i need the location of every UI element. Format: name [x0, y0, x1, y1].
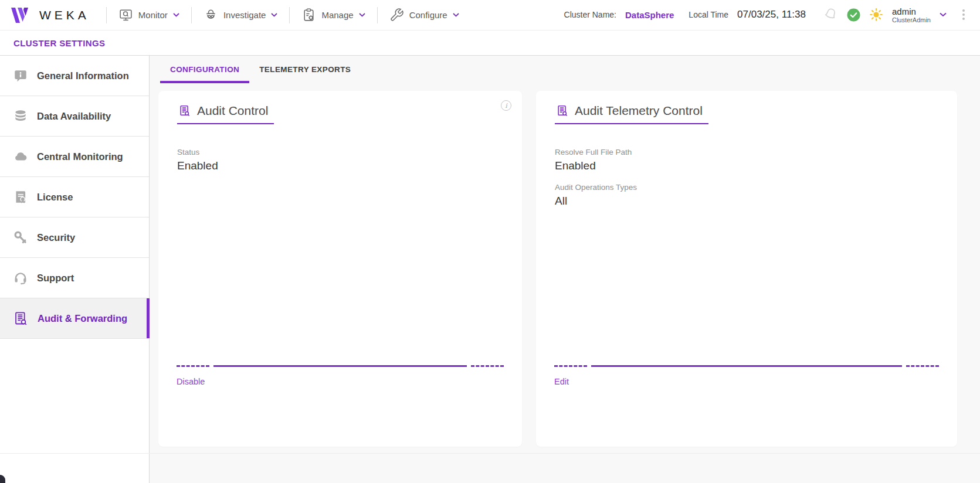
card-title-row: Audit Control — [177, 104, 274, 124]
menu-investigate-label: Investigate — [223, 10, 266, 20]
sidebar-item-general-information[interactable]: General Information — [0, 56, 149, 96]
cluster-name-label: Cluster Name: — [564, 10, 616, 19]
field-value: All — [555, 195, 938, 208]
field-value: Enabled — [177, 159, 503, 172]
tab-telemetry-exports[interactable]: TELEMETRY EXPORTS — [249, 56, 361, 83]
menu-configure-label: Configure — [409, 10, 447, 20]
clipboard-gear-icon — [301, 8, 316, 22]
notification-bell-icon[interactable] — [823, 7, 838, 22]
card-title: Audit Telemetry Control — [575, 104, 703, 118]
topbar-divider — [289, 7, 290, 23]
card-title: Audit Control — [197, 104, 268, 118]
audit-doc-icon — [178, 104, 191, 117]
weka-logo-icon — [11, 8, 33, 23]
chevron-down-icon — [453, 13, 459, 17]
topbar-divider — [106, 7, 107, 23]
edit-button[interactable]: Edit — [554, 377, 569, 386]
weka-logo[interactable]: WEKA — [11, 8, 90, 23]
sidebar-item-security[interactable]: Security — [0, 217, 149, 258]
sidebar-item-label: License — [37, 192, 73, 203]
detective-icon — [204, 8, 218, 22]
topbar-divider — [377, 7, 378, 23]
sidebar-item-support[interactable]: Support — [0, 258, 149, 298]
purple-divider — [177, 365, 504, 367]
sidebar-item-data-availability[interactable]: Data Availability — [0, 96, 149, 137]
menu-manage-label: Manage — [321, 10, 353, 20]
menu-monitor[interactable]: Monitor — [118, 8, 179, 22]
page-title: CLUSTER SETTINGS — [13, 38, 105, 48]
overflow-menu-icon[interactable] — [959, 7, 968, 22]
topbar-divider — [191, 7, 192, 23]
page-header: CLUSTER SETTINGS — [0, 30, 980, 56]
info-tooltip-icon — [13, 68, 28, 83]
resolve-full-file-path-field: Resolve Full File Path Enabled — [555, 148, 938, 172]
content-area: CONFIGURATION TELEMETRY EXPORTS — [150, 56, 980, 483]
tab-bar: CONFIGURATION TELEMETRY EXPORTS — [158, 56, 980, 83]
purple-divider — [554, 365, 939, 367]
status-field: Status Enabled — [177, 148, 503, 172]
theme-sun-icon[interactable] — [869, 8, 883, 22]
menu-manage[interactable]: Manage — [301, 8, 365, 22]
top-navigation-bar: WEKA Monitor Investigate — [0, 0, 980, 30]
headset-icon — [13, 270, 28, 285]
sidebar-item-central-monitoring[interactable]: Central Monitoring — [0, 137, 149, 177]
menu-monitor-label: Monitor — [138, 10, 168, 20]
database-icon — [13, 108, 28, 124]
user-name: admin — [892, 6, 916, 16]
audit-control-card: Audit Control i Status Enabled Disable — [158, 91, 522, 447]
sidebar-item-label: Audit & Forwarding — [38, 313, 127, 324]
audit-telemetry-control-card: Audit Telemetry Control Resolve Full Fil… — [536, 91, 957, 447]
sidebar-item-audit-and-forwarding[interactable]: Audit & Forwarding — [0, 298, 149, 339]
audit-doc-icon — [13, 311, 29, 326]
chevron-down-icon — [173, 13, 179, 17]
chevron-down-icon — [271, 13, 277, 17]
info-icon[interactable]: i — [501, 100, 511, 111]
field-label: Status — [177, 148, 503, 157]
health-ok-check-icon[interactable] — [847, 8, 860, 22]
wrench-icon — [389, 8, 404, 22]
settings-sidebar: General Information Data Availability Ce… — [0, 56, 150, 483]
sidebar-item-label: Data Availability — [37, 111, 111, 122]
chevron-down-icon[interactable] — [940, 12, 947, 17]
audit-operations-types-field: Audit Operations Types All — [555, 183, 938, 208]
cluster-name-value: DataSphere — [625, 10, 674, 20]
monitor-search-icon — [118, 8, 133, 22]
sidebar-item-license[interactable]: License — [0, 177, 149, 217]
tab-configuration[interactable]: CONFIGURATION — [160, 56, 249, 83]
user-menu[interactable]: admin ClusterAdmin — [892, 6, 931, 24]
chevron-down-icon — [359, 13, 365, 17]
disable-button[interactable]: Disable — [177, 377, 205, 386]
field-value: Enabled — [555, 159, 938, 172]
local-time-label: Local Time — [689, 10, 728, 19]
field-label: Audit Operations Types — [555, 183, 938, 192]
field-label: Resolve Full File Path — [555, 148, 938, 157]
sidebar-item-label: General Information — [37, 70, 129, 81]
audit-doc-icon — [556, 104, 569, 117]
sidebar-item-label: Support — [37, 273, 74, 284]
key-icon — [13, 230, 28, 245]
menu-investigate[interactable]: Investigate — [204, 8, 278, 22]
user-role: ClusterAdmin — [892, 16, 931, 24]
cloud-icon — [13, 149, 28, 164]
card-title-row: Audit Telemetry Control — [555, 104, 708, 124]
license-icon — [13, 189, 28, 205]
sidebar-item-label: Central Monitoring — [37, 151, 123, 162]
local-time-value: 07/03/25, 11:38 — [737, 9, 806, 21]
menu-configure[interactable]: Configure — [389, 8, 459, 22]
weka-logo-text: WEKA — [39, 8, 90, 22]
sidebar-item-label: Security — [37, 232, 75, 243]
